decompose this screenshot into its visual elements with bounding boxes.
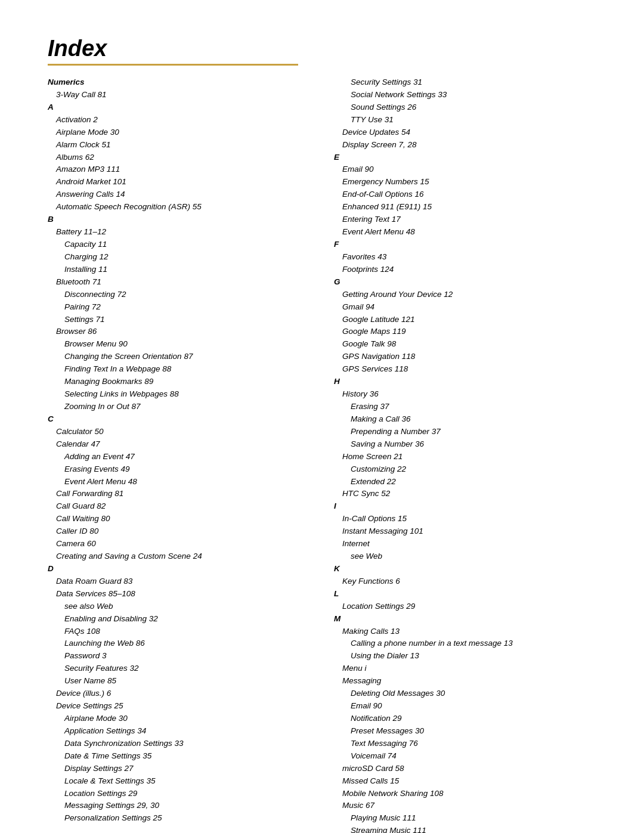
index-entry-sub: Managing Bookmarks 89 <box>48 376 310 388</box>
index-entry: Messaging <box>334 675 596 688</box>
section-letter: K <box>334 564 340 573</box>
index-entry-sub: Playing Music 111 <box>334 812 596 825</box>
index-entry-sub: Charging 12 <box>48 251 310 264</box>
index-entry: Google Latitude 121 <box>334 314 596 326</box>
index-entry: Call Guard 82 <box>48 500 310 513</box>
index-entry: Calculator 50 <box>48 426 310 438</box>
index-entry: Bluetooth 71 <box>48 276 310 289</box>
index-entry: Mobile Network Sharing 108 <box>334 788 596 800</box>
index-entry-sub: Changing the Screen Orientation 87 <box>48 351 310 363</box>
index-entry-sub: Security Features 32 <box>48 662 310 675</box>
index-entry-sub: Location Settings 29 <box>48 788 310 800</box>
index-entry: Caller ID 80 <box>48 525 310 538</box>
index-entry-sub: Extended 22 <box>334 476 596 488</box>
index-entry-sub: Browser Menu 90 <box>48 338 310 351</box>
index-entry: HTC Sync 52 <box>334 488 596 500</box>
section-header: Numerics <box>48 78 85 86</box>
index-entry: GPS Services 118 <box>334 363 596 376</box>
index-entry-sub: Making a Call 36 <box>334 413 596 426</box>
section-letter: E <box>334 153 339 162</box>
index-entry: Data Services 85–108 <box>48 588 310 600</box>
index-entry-sub: Prepending a Number 37 <box>334 426 596 438</box>
index-entry: Email 90 <box>334 163 596 176</box>
section-letter: H <box>334 377 340 386</box>
index-entry: microSD Card 58 <box>334 763 596 775</box>
index-entry-sub: Disconnecting 72 <box>48 289 310 301</box>
index-entry: Creating and Saving a Custom Scene 24 <box>48 550 310 563</box>
index-entry: Menu i <box>334 662 596 675</box>
index-entry: Device (illus.) 6 <box>48 688 310 700</box>
index-entry-sub: Launching the Web 86 <box>48 637 310 650</box>
index-entry-sub: Messaging Settings 29, 30 <box>48 800 310 812</box>
index-entry: Alarm Clock 51 <box>48 139 310 151</box>
index-entry-sub: Erasing Events 49 <box>48 463 310 476</box>
left-column: Numerics3-Way Call 81AActivation 2Airpla… <box>48 76 310 833</box>
index-entry-sub: Adding an Event 47 <box>48 451 310 463</box>
index-entry-sub: Security Settings 31 <box>334 76 596 89</box>
index-entry: Internet <box>334 538 596 550</box>
index-entry: Event Alert Menu 48 <box>334 226 596 239</box>
index-entry-sub: Using the Dialer 13 <box>334 650 596 662</box>
index-columns: Numerics3-Way Call 81AActivation 2Airpla… <box>48 76 596 833</box>
section-letter: G <box>334 277 340 286</box>
index-entry: Device Updates 54 <box>334 126 596 139</box>
index-entry: GPS Navigation 118 <box>334 351 596 363</box>
page-container: Index Numerics3-Way Call 81AActivation 2… <box>48 36 596 833</box>
section-letter: M <box>334 614 340 623</box>
index-entry-sub: Locale & Text Settings 35 <box>48 775 310 788</box>
section-letter: D <box>48 564 54 573</box>
index-entry-sub: Airplane Mode 30 <box>48 713 310 725</box>
index-entry-sub: Voicemail 74 <box>334 750 596 763</box>
index-entry: Albums 62 <box>48 151 310 164</box>
index-entry: Google Talk 98 <box>334 338 596 351</box>
index-entry: Browser 86 <box>48 326 310 338</box>
index-entry-sub: TTY Use 31 <box>334 114 596 126</box>
index-entry: End-of-Call Options 16 <box>334 188 596 201</box>
index-entry-sub: Erasing 37 <box>334 401 596 413</box>
index-entry-sub: Deleting Old Messages 30 <box>334 688 596 700</box>
index-entry: Instant Messaging 101 <box>334 525 596 538</box>
index-entry-sub: Customizing 22 <box>334 463 596 476</box>
index-entry: Gmail 94 <box>334 301 596 314</box>
section-letter: B <box>48 215 54 224</box>
index-entry: Display Screen 7, 28 <box>334 139 596 151</box>
index-entry: Automatic Speech Recognition (ASR) 55 <box>48 201 310 213</box>
index-entry-sub: Password 3 <box>48 650 310 662</box>
index-entry: Answering Calls 14 <box>48 188 310 201</box>
index-entry-sub: see also Web <box>48 600 310 613</box>
index-entry: Amazon MP3 111 <box>48 163 310 176</box>
index-entry-sub: Data Synchronization Settings 33 <box>48 738 310 750</box>
index-entry: Calendar 47 <box>48 438 310 451</box>
index-entry-sub: Installing 11 <box>48 264 310 276</box>
index-entry: Key Functions 6 <box>334 575 596 588</box>
section-letter: F <box>334 240 339 249</box>
index-entry: Favorites 43 <box>334 251 596 264</box>
section-letter: I <box>334 501 336 510</box>
index-entry: Battery 11–12 <box>48 226 310 239</box>
index-entry-sub: Sound Settings 26 <box>334 101 596 114</box>
index-entry: Emergency Numbers 15 <box>334 176 596 188</box>
index-entry: Entering Text 17 <box>334 213 596 226</box>
index-entry: Airplane Mode 30 <box>48 126 310 139</box>
index-entry: Activation 2 <box>48 114 310 126</box>
index-entry: Enhanced 911 (E911) 15 <box>334 201 596 213</box>
section-letter: L <box>334 589 339 598</box>
index-entry: Missed Calls 15 <box>334 775 596 788</box>
index-entry: Location Settings 29 <box>334 600 596 613</box>
index-entry-sub: Personalization Settings 25 <box>48 812 310 825</box>
index-entry-sub: see Web <box>334 550 596 563</box>
index-entry-sub: Text Messaging 76 <box>334 738 596 750</box>
index-entry-sub: FAQs 108 <box>48 625 310 638</box>
index-entry-sub: Display Settings 27 <box>48 763 310 775</box>
index-entry: Device Settings 25 <box>48 700 310 713</box>
index-entry-sub: Event Alert Menu 48 <box>48 476 310 488</box>
section-letter: C <box>48 414 54 423</box>
index-entry: Music 67 <box>334 800 596 812</box>
index-entry: Data Roam Guard 83 <box>48 575 310 588</box>
index-entry: Footprints 124 <box>334 264 596 276</box>
index-entry: History 36 <box>334 388 596 401</box>
index-entry-sub: Settings 71 <box>48 314 310 326</box>
index-entry-sub: Selecting Links in Webpages 88 <box>48 388 310 401</box>
section-letter: A <box>48 103 54 112</box>
index-entry-sub: Notification 29 <box>334 713 596 725</box>
